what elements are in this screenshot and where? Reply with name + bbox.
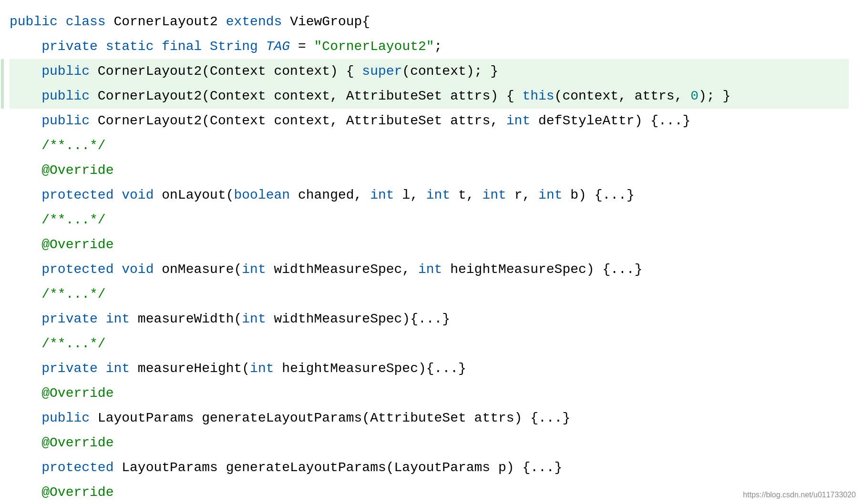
code-line: private int measureWidth(int widthMeasur… — [10, 307, 849, 332]
code-token: int — [106, 307, 138, 332]
code-line: public CornerLayout2(Context context, At… — [10, 109, 849, 133]
code-line: @Override — [10, 480, 849, 504]
code-token: String — [210, 34, 266, 59]
code-token: onLayout( — [162, 183, 234, 208]
code-token: CornerLayout2(Context context, Attribute… — [98, 84, 523, 109]
code-token: boolean — [234, 183, 298, 208]
code-token: int — [538, 183, 570, 208]
code-line: public CornerLayout2(Context context, At… — [10, 84, 849, 109]
code-token: final — [162, 34, 210, 59]
code-token — [10, 34, 41, 59]
code-token: public — [41, 109, 98, 133]
code-token: private — [41, 307, 105, 332]
code-token — [10, 356, 41, 381]
code-container: public class CornerLayout2 extends ViewG… — [0, 0, 863, 504]
code-token — [10, 332, 41, 356]
code-line: /**...*/ — [10, 208, 849, 232]
code-token — [10, 431, 41, 455]
code-token: public — [10, 10, 66, 34]
code-token: int — [426, 183, 458, 208]
code-token: ; — [434, 34, 442, 59]
code-token — [10, 455, 41, 480]
code-line: protected LayoutParams generateLayoutPar… — [10, 455, 849, 480]
code-token: public — [41, 84, 98, 109]
code-token: super — [362, 59, 402, 84]
code-token — [10, 307, 41, 332]
code-token: /**...*/ — [41, 332, 105, 356]
code-token: ); } — [699, 84, 730, 109]
code-token: int — [482, 183, 514, 208]
code-token — [10, 282, 41, 307]
code-token: public — [41, 59, 98, 84]
code-token: b) {...} — [570, 183, 634, 208]
code-token: CornerLayout2 — [113, 10, 226, 34]
code-token: heightMeasureSpec) {...} — [450, 257, 642, 282]
code-token: @Override — [41, 480, 113, 504]
code-token: private — [41, 356, 105, 381]
code-token: TAG — [266, 34, 290, 59]
code-token: int — [370, 183, 402, 208]
code-token: changed, — [298, 183, 370, 208]
code-token: widthMeasureSpec){...} — [274, 307, 451, 332]
code-token: protected — [41, 257, 122, 282]
code-line: public class CornerLayout2 extends ViewG… — [10, 10, 849, 34]
code-token: @Override — [41, 431, 113, 455]
code-line: @Override — [10, 232, 849, 257]
code-token: onMeasure( — [162, 257, 242, 282]
code-token: void — [122, 257, 162, 282]
code-token: LayoutParams generateLayoutParams(Attrib… — [98, 406, 570, 431]
code-token: LayoutParams generateLayoutParams(Layout… — [122, 455, 562, 480]
code-token: = — [290, 34, 314, 59]
code-line: public CornerLayout2(Context context) { … — [10, 59, 849, 84]
code-token: "CornerLayout2" — [314, 34, 434, 59]
code-token: defStyleAttr) {...} — [538, 109, 690, 133]
code-line: /**...*/ — [10, 133, 849, 158]
code-token: CornerLayout2(Context context, Attribute… — [98, 109, 506, 133]
code-token: /**...*/ — [41, 208, 105, 232]
code-token — [10, 480, 41, 504]
code-line: protected void onMeasure(int widthMeasur… — [10, 257, 849, 282]
code-token — [10, 183, 41, 208]
code-line: /**...*/ — [10, 332, 849, 356]
code-token — [10, 59, 41, 84]
code-token — [10, 257, 41, 282]
code-token: int — [242, 307, 274, 332]
code-token: l, — [402, 183, 426, 208]
line-highlight-indicator — [1, 84, 4, 109]
line-highlight-indicator — [1, 59, 4, 84]
code-token: @Override — [41, 158, 113, 183]
code-token: /**...*/ — [41, 282, 105, 307]
code-token — [10, 406, 41, 431]
code-token — [10, 84, 41, 109]
code-line: private int measureHeight(int heightMeas… — [10, 356, 849, 381]
code-line: @Override — [10, 431, 849, 455]
code-token: this — [522, 84, 554, 109]
code-token: private — [41, 34, 105, 59]
code-line: private static final String TAG = "Corne… — [10, 34, 849, 59]
code-token: 0 — [690, 84, 699, 109]
code-token: class — [66, 10, 114, 34]
code-token: heightMeasureSpec){...} — [282, 356, 466, 381]
code-token: int — [250, 356, 282, 381]
watermark: https://blog.csdn.net/u011733020 — [743, 491, 856, 499]
code-line: @Override — [10, 381, 849, 406]
code-token — [10, 381, 41, 406]
code-line: @Override — [10, 158, 849, 183]
code-token: static — [106, 34, 162, 59]
code-token: (context); } — [402, 59, 498, 84]
code-token: r, — [514, 183, 538, 208]
code-token — [10, 208, 41, 232]
code-line: public LayoutParams generateLayoutParams… — [10, 406, 849, 431]
code-token — [10, 133, 41, 158]
code-token — [10, 232, 41, 257]
code-line: /**...*/ — [10, 282, 849, 307]
code-token: @Override — [41, 381, 113, 406]
code-token: protected — [41, 455, 122, 480]
code-token: @Override — [41, 232, 113, 257]
code-token: int — [418, 257, 450, 282]
code-token: ViewGroup{ — [290, 10, 370, 34]
code-token — [10, 158, 41, 183]
code-token: protected — [41, 183, 122, 208]
code-token: t, — [458, 183, 482, 208]
code-token: extends — [226, 10, 290, 34]
